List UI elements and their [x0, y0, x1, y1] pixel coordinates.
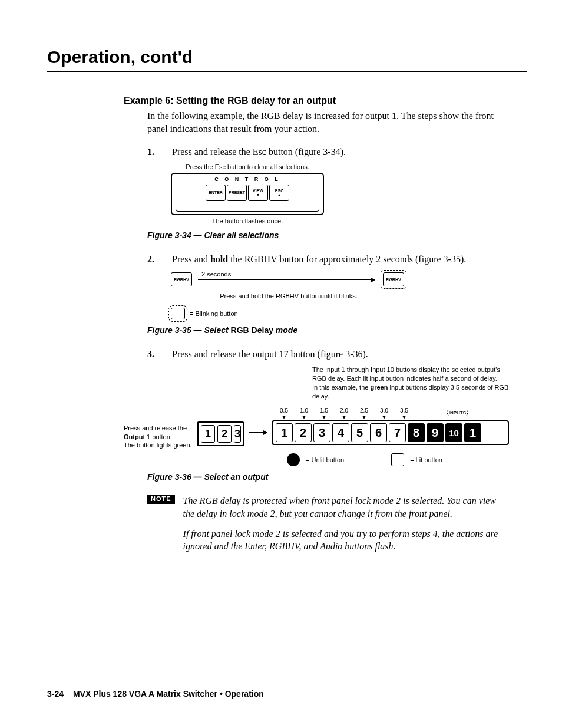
section-heading: Example 6: Setting the RGB delay for an … [124, 95, 527, 106]
step-2-pre: Press and [172, 254, 210, 264]
lit-legend-text: = Lit button [410, 456, 442, 463]
inputs-label: INPUTS [447, 410, 468, 416]
esc-label: ESC [275, 189, 283, 193]
output-panel: 1 2 3 [197, 421, 244, 446]
blink-legend-text: = Blinking button [190, 310, 238, 317]
blinking-indicator: RGBHV [381, 270, 406, 289]
note-text: The RGB delay is protected when front pa… [183, 495, 503, 559]
fig35-under-label: Press and hold the RGBHV button until it… [171, 292, 406, 299]
fig35-caption: Figure 3-35 — Select RGB Delay mode [147, 325, 527, 335]
step-3-number: 3. [147, 348, 172, 361]
preset-label: PRESET [229, 190, 245, 195]
fig36-upper-text: The Input 1 through Input 10 buttons dis… [312, 365, 509, 400]
note-badge: NOTE [147, 495, 175, 504]
fig36-caption: Figure 3-36 — Select an output [147, 472, 527, 482]
step-2-bold: hold [210, 254, 228, 264]
tick-0.5: 0.5 [274, 407, 294, 420]
output-btn-1: 1 [201, 425, 215, 443]
fig34-control-word: C O N T R O L [172, 175, 323, 183]
step-1: 1. Press and release the Esc button (fig… [147, 146, 503, 159]
fig36-left2-post: 1 button. [145, 433, 172, 440]
page-footer: 3-24 MVX Plus 128 VGA A Matrix Switcher … [47, 689, 264, 699]
rgbhv-button-start: RGBHV [171, 272, 192, 286]
tick-1.5: 1.5 [314, 407, 334, 420]
page-number: 3-24 [47, 689, 64, 699]
down-arrow-icon: ▼ [256, 193, 260, 197]
tick-2.5: 2.5 [354, 407, 374, 420]
input-btn-2: 2 [295, 423, 312, 442]
footer-title: MVX Plus 128 VGA A Matrix Switcher • Ope… [73, 689, 264, 699]
fig36-arrow [249, 432, 267, 433]
input-btn-8: 8 [408, 423, 425, 442]
input-btn-10: 10 [445, 423, 462, 442]
view-label: VIEW [253, 189, 263, 193]
fig36-left-1: Press and release the [124, 424, 192, 432]
view-button: VIEW▼ [248, 185, 268, 201]
fig36-upper-2: In this example, the green input buttons… [312, 383, 509, 401]
intro-paragraph: In the following example, the RGB delay … [147, 110, 503, 135]
tick-3.0: 3.0 [374, 407, 394, 420]
fig35-legend: = Blinking button [171, 308, 406, 319]
unlit-legend-text: = Unlit button [306, 456, 344, 463]
fig36-upper2-pre: In this example, the [312, 384, 370, 391]
input-btn-4: 4 [332, 423, 349, 442]
note-block: NOTE The RGB delay is protected when fro… [147, 495, 503, 559]
tick-2.0: 2.0 [334, 407, 354, 420]
figure-3-34: Press the Esc button to clear all select… [171, 163, 324, 225]
fig36-upper2-bold: green [370, 384, 388, 391]
fig35-caption-bold: RGB Delay [231, 325, 273, 335]
input-btn-9: 9 [427, 423, 444, 442]
input-btn-1: 1 [276, 423, 293, 442]
fig34-top-label: Press the Esc button to clear all select… [171, 163, 324, 170]
tick-1.0: 1.0 [294, 407, 314, 420]
output-btn-2: 2 [217, 425, 232, 443]
fig34-shelf [176, 205, 319, 212]
fig34-caption: Figure 3-34 — Clear all selections [147, 230, 527, 240]
fig34-control-panel: C O N T R O L ENTER PRESET VIEW▼ ESC▲ [171, 173, 324, 215]
step-1-text: Press and release the Esc button (figure… [172, 146, 503, 159]
step-2-number: 2. [147, 253, 172, 266]
esc-button: ESC▲ [269, 185, 289, 201]
fig35-two-seconds: 2 seconds [201, 271, 231, 278]
unlit-swatch-icon [287, 453, 300, 466]
fig35-caption-post: mode [273, 325, 297, 335]
tick-row: 0.5 1.0 1.5 2.0 2.5 3.0 3.5 INPUTS [274, 407, 509, 420]
note-p1: The RGB delay is protected when front pa… [183, 495, 503, 520]
fig36-left-3: The button lights green. [124, 441, 192, 449]
tick-3.5: 3.5 [394, 407, 414, 420]
rgbhv-button-blink: RGBHV [383, 272, 404, 286]
input-btn-7: 7 [389, 423, 406, 442]
fig36-left2-bold: Output [124, 433, 145, 440]
enter-label: ENTER [209, 190, 223, 195]
input-btn-1: 1 [464, 423, 481, 442]
page-title: Operation, cont'd [47, 47, 527, 72]
step-2: 2. Press and hold the RGBHV button for a… [147, 253, 503, 266]
fig36-upper-1: The Input 1 through Input 10 buttons dis… [312, 365, 509, 383]
output-btn-3: 3 [234, 425, 241, 443]
fig35-arrow-bar: 2 seconds [198, 279, 375, 280]
fig35-caption-pre: Figure 3-35 — Select [147, 325, 231, 335]
lit-swatch-icon [391, 453, 404, 466]
figure-3-36: The Input 1 through Input 10 buttons dis… [124, 365, 509, 466]
step-1-number: 1. [147, 146, 172, 159]
blink-legend-icon [171, 308, 185, 319]
input-btn-3: 3 [313, 423, 330, 442]
figure-3-35: RGBHV 2 seconds RGBHV Press and hold the… [171, 270, 406, 319]
step-3-text: Press and release the output 17 button (… [172, 348, 503, 361]
input-btn-5: 5 [351, 423, 368, 442]
fig34-bottom-label: The button flashes once. [171, 218, 324, 225]
fig36-left-2: Output 1 button. [124, 433, 192, 441]
enter-button: ENTER [206, 185, 226, 201]
up-arrow-icon: ▲ [277, 193, 282, 197]
preset-button: PRESET [227, 185, 247, 201]
fig36-left-labels: Press and release the Output 1 button. T… [124, 407, 192, 449]
step-3: 3. Press and release the output 17 butto… [147, 348, 503, 361]
input-btn-6: 6 [370, 423, 387, 442]
note-p2: If front panel lock mode 2 is selected a… [183, 528, 503, 553]
input-panel: 0.5 1.0 1.5 2.0 2.5 3.0 3.5 INPUTS 12345… [272, 407, 509, 466]
input-buttons-frame: 123456789101 [272, 420, 509, 445]
fig36-legend: = Unlit button = Lit button [287, 453, 509, 466]
step-2-post: the RGBHV button for approximately 2 sec… [228, 254, 466, 264]
step-2-text: Press and hold the RGBHV button for appr… [172, 253, 503, 266]
